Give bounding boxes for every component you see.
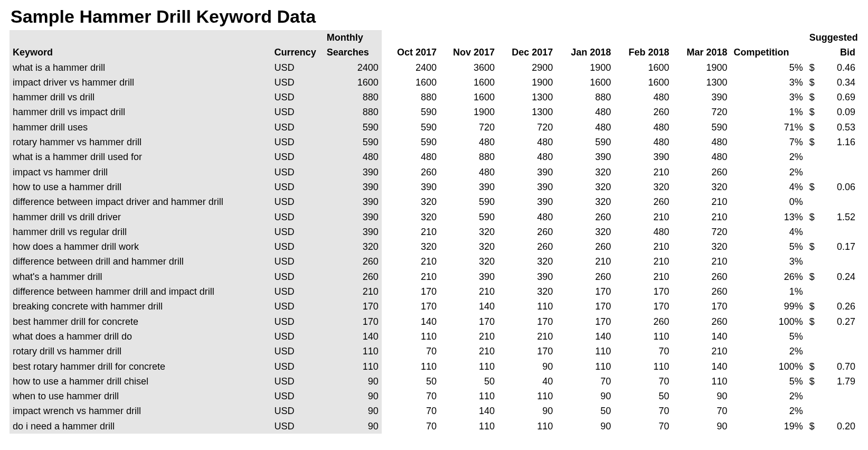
cell-competition: 2% bbox=[731, 149, 806, 164]
table-row: impact driver vs hammer drillUSD16001600… bbox=[10, 75, 858, 90]
cell-bid-symbol: $ bbox=[806, 120, 818, 135]
cell-monthly: 260 bbox=[324, 254, 382, 269]
cell-month-5: 260 bbox=[672, 269, 730, 284]
page-title: Sample Hammer Drill Keyword Data bbox=[11, 6, 858, 27]
cell-month-2: 320 bbox=[498, 284, 556, 299]
cell-currency: USD bbox=[271, 90, 324, 105]
cell-bid-symbol: $ bbox=[806, 239, 818, 254]
cell-month-5: 320 bbox=[672, 180, 730, 194]
cell-month-2: 390 bbox=[498, 165, 556, 180]
cell-month-0: 210 bbox=[382, 224, 440, 239]
cell-currency: USD bbox=[271, 284, 324, 299]
cell-competition: 4% bbox=[731, 180, 806, 194]
cell-competition: 5% bbox=[731, 374, 806, 389]
table-row: what does a hammer drill doUSD1401102102… bbox=[10, 329, 858, 344]
cell-month-1: 480 bbox=[440, 165, 498, 180]
cell-month-3: 260 bbox=[556, 269, 614, 284]
cell-month-2: 480 bbox=[498, 135, 556, 149]
cell-month-2: 110 bbox=[498, 299, 556, 314]
table-row: breaking concrete with hammer drillUSD17… bbox=[10, 299, 858, 314]
cell-keyword: impact vs hammer drill bbox=[10, 165, 271, 180]
cell-month-1: 210 bbox=[440, 344, 498, 359]
cell-bid: 0.27 bbox=[818, 314, 858, 329]
cell-keyword: impact wrench vs hammer drill bbox=[10, 404, 271, 418]
cell-month-3: 140 bbox=[556, 329, 614, 344]
cell-month-4: 480 bbox=[614, 224, 672, 239]
table-row: hammer drill vs impact drillUSD880590190… bbox=[10, 105, 858, 119]
cell-competition: 13% bbox=[731, 210, 806, 224]
cell-month-5: 210 bbox=[672, 344, 730, 359]
cell-monthly: 390 bbox=[324, 180, 382, 194]
cell-bid-symbol bbox=[806, 224, 818, 239]
cell-month-5: 170 bbox=[672, 299, 730, 314]
cell-currency: USD bbox=[271, 359, 324, 374]
cell-currency: USD bbox=[271, 329, 324, 344]
cell-month-0: 480 bbox=[382, 149, 440, 164]
cell-bid-symbol: $ bbox=[806, 269, 818, 284]
cell-monthly: 590 bbox=[324, 135, 382, 149]
table-row: how to use a hammer drillUSD390390390390… bbox=[10, 180, 858, 194]
cell-month-2: 110 bbox=[498, 419, 556, 434]
cell-month-1: 50 bbox=[440, 374, 498, 389]
cell-month-4: 320 bbox=[614, 180, 672, 194]
cell-month-2: 90 bbox=[498, 404, 556, 418]
cell-bid-symbol: $ bbox=[806, 210, 818, 224]
cell-month-0: 70 bbox=[382, 419, 440, 434]
cell-keyword: breaking concrete with hammer drill bbox=[10, 299, 271, 314]
cell-month-5: 590 bbox=[672, 120, 730, 135]
col-month-0: Oct 2017 bbox=[382, 45, 440, 60]
cell-month-1: 1600 bbox=[440, 90, 498, 105]
col-monthly-searches-l2: Searches bbox=[324, 45, 382, 60]
cell-currency: USD bbox=[271, 75, 324, 90]
cell-month-2: 170 bbox=[498, 344, 556, 359]
cell-monthly: 2400 bbox=[324, 60, 382, 75]
cell-month-0: 110 bbox=[382, 359, 440, 374]
header-row-2: Keyword Currency Searches Oct 2017 Nov 2… bbox=[10, 45, 858, 60]
cell-month-5: 90 bbox=[672, 389, 730, 404]
cell-month-4: 70 bbox=[614, 404, 672, 418]
table-row: rotary hammer vs hammer drillUSD59059048… bbox=[10, 135, 858, 149]
cell-month-3: 110 bbox=[556, 359, 614, 374]
cell-keyword: when to use hammer drill bbox=[10, 389, 271, 404]
cell-month-3: 170 bbox=[556, 299, 614, 314]
cell-month-2: 480 bbox=[498, 210, 556, 224]
table-row: difference between hammer drill and impa… bbox=[10, 284, 858, 299]
cell-monthly: 1600 bbox=[324, 75, 382, 90]
cell-month-0: 260 bbox=[382, 165, 440, 180]
cell-competition: 3% bbox=[731, 75, 806, 90]
cell-month-1: 590 bbox=[440, 194, 498, 209]
cell-month-4: 480 bbox=[614, 90, 672, 105]
cell-bid bbox=[818, 344, 858, 359]
cell-competition: 2% bbox=[731, 389, 806, 404]
cell-bid-symbol bbox=[806, 149, 818, 164]
cell-month-3: 90 bbox=[556, 419, 614, 434]
cell-month-1: 140 bbox=[440, 404, 498, 418]
cell-bid: 0.34 bbox=[818, 75, 858, 90]
cell-month-5: 390 bbox=[672, 90, 730, 105]
cell-competition: 1% bbox=[731, 105, 806, 119]
cell-bid bbox=[818, 224, 858, 239]
table-row: rotary drill vs hammer drillUSD110702101… bbox=[10, 344, 858, 359]
cell-bid: 0.70 bbox=[818, 359, 858, 374]
cell-month-3: 170 bbox=[556, 314, 614, 329]
cell-keyword: do i need a hammer drill bbox=[10, 419, 271, 434]
cell-keyword: difference between hammer drill and impa… bbox=[10, 284, 271, 299]
cell-keyword: best rotary hammer drill for concrete bbox=[10, 359, 271, 374]
cell-month-0: 70 bbox=[382, 404, 440, 418]
cell-competition: 71% bbox=[731, 120, 806, 135]
cell-month-5: 260 bbox=[672, 165, 730, 180]
cell-month-5: 210 bbox=[672, 210, 730, 224]
cell-bid: 0.26 bbox=[818, 299, 858, 314]
cell-bid: 0.53 bbox=[818, 120, 858, 135]
cell-month-5: 140 bbox=[672, 329, 730, 344]
cell-month-4: 480 bbox=[614, 135, 672, 149]
cell-month-0: 880 bbox=[382, 90, 440, 105]
cell-keyword: hammer drill uses bbox=[10, 120, 271, 135]
cell-month-0: 70 bbox=[382, 344, 440, 359]
table-row: hammer drill usesUSD59059072072048048059… bbox=[10, 120, 858, 135]
cell-competition: 2% bbox=[731, 404, 806, 418]
cell-bid: 0.24 bbox=[818, 269, 858, 284]
cell-month-5: 140 bbox=[672, 359, 730, 374]
cell-competition: 3% bbox=[731, 90, 806, 105]
cell-monthly: 110 bbox=[324, 359, 382, 374]
